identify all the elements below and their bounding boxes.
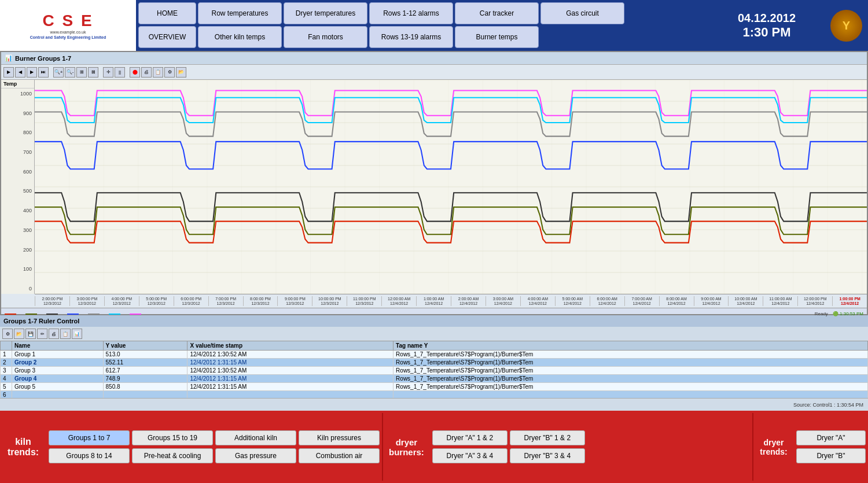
chart-svg xyxy=(35,80,867,294)
table-row: 3Group 3612.712/4/2012 1:30:52 AMRows_1_… xyxy=(1,367,868,375)
tb-export-button[interactable]: 📋 xyxy=(153,67,163,78)
table-row: 1Group 1513.012/4/2012 1:30:52 AMRows_1_… xyxy=(1,351,868,359)
tb-extra1-button[interactable]: 📂 xyxy=(176,67,186,78)
gas-pressure-button[interactable]: Gas pressure xyxy=(215,448,296,463)
dryer-trends-label-area: dryer trends: xyxy=(753,411,794,483)
tb-zoom-fit-button[interactable]: ⊠ xyxy=(88,67,98,78)
row-x-value: 12/4/2012 1:30:52 AM xyxy=(187,367,393,375)
x-tick-7: 9:00:00 PM12/3/2012 xyxy=(277,296,312,306)
logo-cse: C S E xyxy=(30,11,106,31)
table-row: 2Group 2552.1112/4/2012 1:31:15 AMRows_1… xyxy=(1,359,868,367)
tb-ruler-button[interactable]: || xyxy=(115,67,125,78)
tb-pan-button[interactable]: ✛ xyxy=(103,67,113,78)
y-tick-600: 600 xyxy=(1,169,32,175)
tb-zoom-in-button[interactable]: 🔍+ xyxy=(53,67,64,78)
dryer-b-3-4-button[interactable]: Dryer "B" 3 & 4 xyxy=(510,448,585,463)
tb-play-button[interactable]: ▶ xyxy=(3,67,14,78)
nav-rows-1-12-button[interactable]: Rows 1-12 alarms xyxy=(369,2,453,24)
dryer-a-trend-button[interactable]: Dryer "A" xyxy=(796,430,866,445)
x-tick-3: 5:00:00 PM12/3/2012 xyxy=(139,296,174,306)
nav-fan-motors-button[interactable]: Fan motors xyxy=(284,26,367,48)
nav-other-kiln-button[interactable]: Other kiln temps xyxy=(198,26,282,48)
col-name: Name xyxy=(12,341,104,351)
dryer-a-1-2-button[interactable]: Dryer "A" 1 & 2 xyxy=(432,430,507,445)
ruler-tb-5[interactable]: 🖨 xyxy=(49,329,59,339)
x-tick-20: 10:00:00 AM12/4/2012 xyxy=(728,296,763,306)
row-name: Group 5 xyxy=(12,383,104,391)
dryer-b-1-2-button[interactable]: Dryer "B" 1 & 2 xyxy=(510,430,585,445)
x-tick-21: 11:00:00 AM12/4/2012 xyxy=(763,296,797,306)
ruler-tb-6[interactable]: 📋 xyxy=(60,329,71,339)
x-tick-18: 8:00:00 AM12/4/2012 xyxy=(659,296,694,306)
row-tag: Rows_1_7_Temperature\S7$Program(1)/Burne… xyxy=(393,367,868,375)
source-text: Source: Control1 : 1:30:54 PM xyxy=(793,402,863,408)
legend-group7 xyxy=(130,314,141,315)
nav-car-tracker-button[interactable]: Car tracker xyxy=(455,2,539,24)
groups-8-14-button[interactable]: Groups 8 to 14 xyxy=(49,448,130,463)
additional-kiln-button[interactable]: Additional kiln xyxy=(215,430,296,445)
nav-home-button[interactable]: HOME xyxy=(138,2,196,24)
tb-next-button[interactable]: ▶ xyxy=(27,67,37,78)
col-num xyxy=(1,341,12,351)
tb-prev-button[interactable]: ◀ xyxy=(15,67,25,78)
nav-gas-circuit-button[interactable]: Gas circuit xyxy=(540,2,624,24)
ruler-tb-4[interactable]: ✏ xyxy=(37,329,47,339)
nav-dryer-temps-button[interactable]: Dryer temperatures xyxy=(284,2,367,24)
top-navigation-bar: C S E www.example.co.uk Control and Safe… xyxy=(0,0,868,51)
dryer-b-trend-button[interactable]: Dryer "B" xyxy=(796,448,866,463)
logo-area: C S E www.example.co.uk Control and Safe… xyxy=(0,0,136,51)
preheat-cooling-button[interactable]: Pre-heat & cooling xyxy=(132,448,213,463)
tb-zoom-out-button[interactable]: 🔍- xyxy=(65,67,75,78)
kiln-trends-sub: trends: xyxy=(8,447,39,458)
chart-title-bar: 📊 Burner Groups 1-7 xyxy=(1,52,867,65)
x-tick-2: 4:00:00 PM12/3/2012 xyxy=(104,296,139,306)
kiln-trends-label-area: kiln trends: xyxy=(0,411,46,483)
nav-rows-13-19-button[interactable]: Rows 13-19 alarms xyxy=(369,26,453,48)
ruler-tb-7[interactable]: 📊 xyxy=(72,329,82,339)
x-tick-4: 6:00:00 PM12/3/2012 xyxy=(174,296,208,306)
legend-group6 xyxy=(109,314,120,315)
logo-url: www.example.co.uk xyxy=(30,30,106,35)
row-x-value: 12/4/2012 1:31:15 AM xyxy=(187,383,393,391)
nav-burner-temps-button[interactable]: Burner temps xyxy=(455,26,539,48)
y-tick-200: 200 xyxy=(1,247,32,253)
groups-1-7-button[interactable]: Groups 1 to 7 xyxy=(49,430,130,445)
chart-title: Burner Groups 1-7 xyxy=(15,55,71,62)
groups-15-19-button[interactable]: Groups 15 to 19 xyxy=(132,430,213,445)
dryer-burners-text: dryer xyxy=(396,437,418,447)
kiln-pressures-button[interactable]: Kiln pressures xyxy=(299,430,380,445)
x-tick-22: 12:00:00 PM12/4/2012 xyxy=(797,296,832,306)
company-logo-circle: Y xyxy=(830,10,862,42)
ruler-toolbar: ⚙ 📂 💾 ✏ 🖨 📋 📊 xyxy=(0,327,868,341)
combustion-air-button[interactable]: Combustion air xyxy=(299,448,380,463)
row-y-value: 748.9 xyxy=(103,375,187,383)
y-tick-400: 400 xyxy=(1,208,32,213)
x-tick-0: 2:00:00 PM12/3/2012 xyxy=(35,296,69,306)
logo-company: Control and Safety Engineering Limited xyxy=(30,35,106,40)
row-num: 1 xyxy=(1,351,12,359)
tb-zoom-full-button[interactable]: ⊞ xyxy=(76,67,87,78)
ruler-title: Groups 1-7 Ruler Control xyxy=(3,318,79,325)
nav-row-temps-button[interactable]: Row temperatures xyxy=(198,2,282,24)
dryer-a-3-4-button[interactable]: Dryer "A" 3 & 4 xyxy=(432,448,507,463)
tb-settings-button[interactable]: ⚙ xyxy=(164,67,175,78)
ruler-tb-2[interactable]: 📂 xyxy=(14,329,24,339)
ruler-tb-3[interactable]: 💾 xyxy=(25,329,36,339)
row-tag: Rows_1_7_Temperature\S7$Program(1)/Burne… xyxy=(393,383,868,391)
ruler-tb-1[interactable]: ⚙ xyxy=(2,329,13,339)
source-bar: Source: Control1 : 1:30:54 PM xyxy=(0,398,868,411)
y-tick-1000: 1000 xyxy=(1,91,32,97)
legend-group4 xyxy=(67,314,79,315)
legend-group5 xyxy=(88,314,100,315)
tb-print-button[interactable]: 🖨 xyxy=(141,67,152,78)
legend-group2 xyxy=(25,314,37,315)
row-x-value xyxy=(187,391,393,399)
x-tick-5: 7:00:00 PM12/3/2012 xyxy=(208,296,243,306)
nav-overview-button[interactable]: OVERVIEW xyxy=(138,26,196,48)
y-axis-label: Temp xyxy=(1,80,34,89)
tb-stop-button[interactable]: ⬤ xyxy=(130,67,140,78)
tb-last-button[interactable]: ⏭ xyxy=(38,67,49,78)
y-axis: Temp 1000 900 800 700 600 500 400 300 20… xyxy=(1,80,35,294)
y-tick-700: 700 xyxy=(1,149,32,155)
chart-window: 📊 Burner Groups 1-7 ▶ ◀ ▶ ⏭ 🔍+ 🔍- ⊞ ⊠ ✛ … xyxy=(0,51,868,314)
